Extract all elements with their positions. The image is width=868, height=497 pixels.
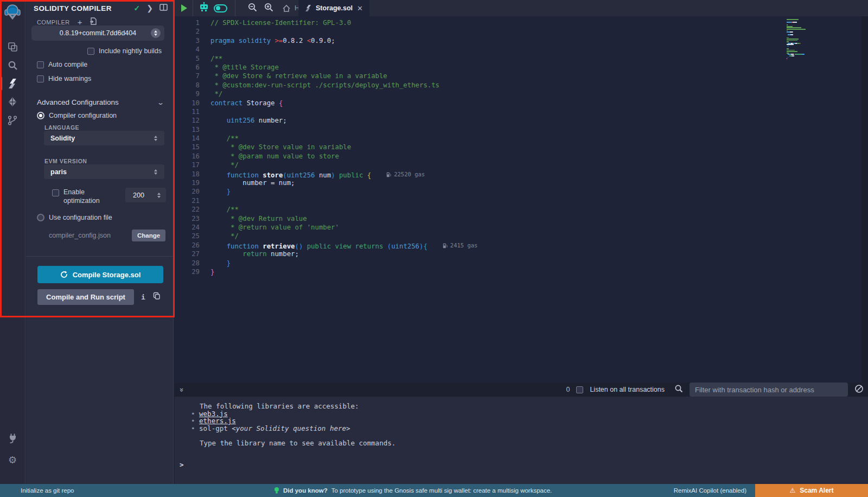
- line-number: 16: [175, 152, 200, 161]
- transaction-filter-input[interactable]: [690, 383, 848, 397]
- copilot-toggle[interactable]: [214, 4, 227, 12]
- close-tab-icon[interactable]: ✕: [357, 4, 363, 12]
- line-number: 2: [175, 27, 200, 36]
- chevron-right-icon[interactable]: ❯: [146, 4, 153, 12]
- terminal-line: • sol-gpt <your Solidity question here>: [175, 425, 868, 432]
- evm-version-label: EVM VERSION: [44, 158, 87, 164]
- compiler-config-radio[interactable]: [37, 112, 44, 119]
- enable-optimization-checkbox[interactable]: [52, 189, 59, 196]
- deploy-run-icon[interactable]: [0, 93, 25, 111]
- line-number: 29: [175, 267, 200, 276]
- minimap-line: [787, 22, 833, 23]
- compile-button[interactable]: Compile Storage.sol: [37, 266, 163, 283]
- terminal-search-icon[interactable]: [674, 384, 683, 395]
- copilot-status[interactable]: RemixAI Copilot (enabled): [674, 487, 746, 494]
- listen-transactions-label: Listen on all transactions: [590, 386, 665, 393]
- settings-gear-icon[interactable]: ⚙: [0, 450, 25, 469]
- terminal-output: The following libraries are accessible:•…: [175, 397, 868, 447]
- git-icon[interactable]: [0, 111, 25, 130]
- change-config-button[interactable]: Change: [132, 230, 165, 241]
- compiler-section-label: COMPILER: [37, 19, 70, 26]
- copy-icon[interactable]: [153, 292, 160, 302]
- ai-robot-icon[interactable]: [199, 2, 209, 15]
- code-line: 24 * @return value of 'number': [175, 223, 825, 232]
- solidity-file-icon: [305, 4, 311, 12]
- line-number: 20: [175, 187, 200, 196]
- columns-icon[interactable]: [159, 3, 168, 13]
- zoom-out-icon[interactable]: [247, 2, 257, 14]
- listen-transactions-checkbox[interactable]: [576, 386, 583, 393]
- code-line: 5/**: [175, 54, 825, 63]
- line-number: 1: [175, 18, 200, 27]
- code-line: 8 * @custom:dev-run-script ./scripts/dep…: [175, 81, 825, 90]
- line-number: 15: [175, 143, 200, 151]
- minimap-line: [787, 33, 833, 34]
- line-number: 4: [175, 45, 200, 54]
- editor-minimap[interactable]: [787, 19, 833, 60]
- line-number: 24: [175, 223, 200, 232]
- hide-warnings-checkbox[interactable]: [37, 75, 44, 82]
- hide-warnings-label: Hide warnings: [48, 75, 91, 82]
- compiler-version-value: 0.8.19+commit.7dd6d404: [60, 29, 136, 37]
- use-config-file-label: Use configuration file: [49, 214, 112, 221]
- terminal[interactable]: The following libraries are accessible:•…: [175, 397, 868, 484]
- minimap-line: [787, 36, 833, 37]
- minimap-line: [787, 50, 833, 51]
- git-init-status[interactable]: Initialize as git repo: [21, 487, 74, 494]
- advanced-configurations-toggle[interactable]: Advanced Configurations ⌄: [37, 98, 163, 106]
- code-line: 19 number = num;: [175, 179, 825, 187]
- clear-terminal-icon[interactable]: [854, 384, 864, 396]
- auto-compile-checkbox[interactable]: [37, 61, 44, 68]
- plugin-manager-icon[interactable]: [0, 429, 25, 447]
- panel-divider: [26, 256, 173, 257]
- language-select[interactable]: Solidity: [44, 131, 164, 145]
- icon-sidebar: ⚙: [0, 0, 25, 484]
- compiler-version-select[interactable]: 0.8.19+commit.7dd6d404: [31, 26, 164, 41]
- solidity-compiler-icon[interactable]: [0, 74, 25, 93]
- line-number: 18: [175, 170, 200, 179]
- code-line: 29}: [175, 267, 825, 276]
- compile-run-script-button[interactable]: Compile and Run script: [37, 289, 134, 305]
- scam-alert-badge[interactable]: ⚠ Scam Alert: [755, 484, 868, 497]
- status-bar: Initialize as git repo Did you know? To …: [0, 484, 868, 497]
- code-line: 16 * @param num value to store: [175, 152, 825, 161]
- code-line: 10contract Storage {: [175, 99, 825, 107]
- code-line: 11: [175, 107, 825, 116]
- code-line: 14 /**: [175, 134, 825, 143]
- evm-version-select[interactable]: paris: [44, 164, 164, 179]
- zoom-in-icon[interactable]: [264, 2, 273, 14]
- terminal-prompt[interactable]: >: [180, 461, 184, 469]
- use-config-file-radio[interactable]: [37, 214, 44, 221]
- remix-logo-icon[interactable]: [0, 3, 25, 21]
- minimap-line: [787, 31, 833, 33]
- code-line: 25 */: [175, 232, 825, 240]
- search-icon[interactable]: [0, 56, 25, 74]
- line-number: 21: [175, 196, 200, 205]
- file-explorer-icon[interactable]: [0, 37, 25, 56]
- terminal-header: » 0 Listen on all transactions: [175, 383, 868, 397]
- minimap-line: [787, 34, 833, 35]
- optimization-runs-input[interactable]: 200: [125, 188, 166, 202]
- minimap-line: [787, 40, 833, 41]
- lightbulb-icon: [274, 487, 279, 494]
- nightly-builds-checkbox[interactable]: [87, 48, 94, 55]
- line-number: 17: [175, 161, 200, 169]
- code-line: 3pragma solidity >=0.8.2 <0.9.0;: [175, 36, 825, 45]
- editor-scrollbar-track[interactable]: [861, 16, 868, 383]
- code-line: 4: [175, 45, 825, 54]
- minimap-line: [787, 51, 833, 52]
- tab-storage-sol[interactable]: Storage.sol ✕: [298, 0, 369, 16]
- run-script-play-button[interactable]: [181, 4, 187, 12]
- minimap-line: [787, 26, 833, 27]
- code-line: 2: [175, 27, 825, 36]
- add-compiler-icon[interactable]: +: [78, 20, 82, 25]
- code-editor[interactable]: 1// SPDX-License-Identifier: GPL-3.023pr…: [175, 16, 868, 383]
- auto-compile-label: Auto compile: [48, 61, 87, 68]
- version-select-arrows-icon: [151, 28, 161, 38]
- info-icon[interactable]: i: [141, 293, 145, 301]
- line-number: 6: [175, 63, 200, 72]
- minimap-line: [787, 41, 833, 42]
- collapse-terminal-icon[interactable]: »: [178, 387, 186, 391]
- terminal-line: • web3.js: [175, 410, 868, 418]
- main-area: Home Storage.sol ✕ 1// SPDX-License-Iden…: [175, 0, 868, 484]
